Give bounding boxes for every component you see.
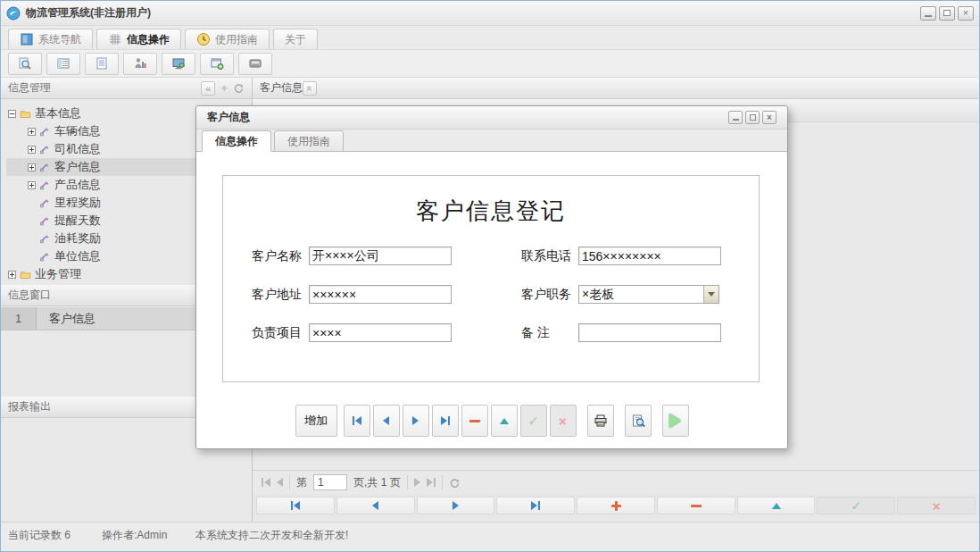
record-prev-button[interactable] bbox=[336, 497, 415, 514]
record-cancel-button[interactable]: × bbox=[897, 497, 976, 514]
dialog-maximize-button[interactable] bbox=[745, 111, 760, 124]
prev-record-icon bbox=[372, 501, 378, 510]
menu-tab-system-nav[interactable]: 系统导航 bbox=[8, 29, 93, 49]
form-row: 客户地址 客户职务 ×老板 bbox=[252, 285, 759, 304]
next-page-icon bbox=[414, 478, 420, 487]
run-button[interactable] bbox=[662, 405, 689, 437]
collapse-expander-icon[interactable] bbox=[8, 110, 16, 118]
minus-icon bbox=[691, 505, 702, 507]
window-add-tool-button[interactable] bbox=[200, 53, 234, 75]
expand-expander-icon[interactable] bbox=[28, 181, 36, 189]
tool-icon bbox=[39, 251, 51, 263]
tree-item-label: 提醒天数 bbox=[54, 213, 101, 229]
record-delete-button[interactable] bbox=[657, 497, 735, 514]
restore-button[interactable] bbox=[939, 6, 955, 21]
tool-icon bbox=[39, 162, 51, 173]
minimize-button[interactable] bbox=[920, 6, 936, 21]
menu-tab-label: 关于 bbox=[285, 32, 306, 47]
expand-expander-icon[interactable] bbox=[8, 271, 16, 279]
dialog-tabstrip: 信息操作 使用指南 bbox=[196, 130, 787, 152]
dialog-close-button[interactable]: × bbox=[762, 111, 777, 124]
collapse-panel-button[interactable]: « bbox=[201, 81, 215, 96]
document-icon bbox=[95, 56, 109, 71]
dialog-titlebar[interactable]: 客户信息 × bbox=[196, 106, 787, 130]
chevron-down-icon bbox=[708, 292, 715, 297]
table-icon bbox=[56, 56, 71, 71]
sidebar-header-title: 信息管理 bbox=[8, 80, 51, 96]
refresh-icon[interactable] bbox=[449, 477, 461, 489]
separator bbox=[289, 475, 290, 489]
project-input[interactable] bbox=[309, 323, 452, 342]
content-header-tools: « bbox=[303, 81, 317, 96]
expand-expander-icon[interactable] bbox=[28, 163, 36, 171]
record-next-button[interactable] bbox=[417, 497, 495, 514]
edit-up-icon bbox=[500, 418, 509, 424]
remark-label: 备 注 bbox=[521, 325, 578, 341]
printer-tool-button[interactable] bbox=[238, 53, 272, 75]
customer-name-input[interactable] bbox=[309, 247, 452, 265]
menu-tab-user-guide[interactable]: 使用指南 bbox=[185, 29, 270, 49]
status-message: 本系统支持二次开发和全新开发! bbox=[195, 528, 348, 543]
document-tool-button[interactable] bbox=[85, 53, 119, 75]
first-page-button[interactable] bbox=[262, 478, 270, 487]
report-output-header-title: 报表输出 bbox=[8, 399, 51, 414]
minus-icon bbox=[469, 420, 480, 422]
expand-expander-icon[interactable] bbox=[28, 146, 36, 154]
dropdown-button[interactable] bbox=[703, 286, 718, 303]
next-record-button[interactable] bbox=[403, 405, 429, 437]
last-page-icon bbox=[427, 478, 433, 487]
cancel-button[interactable]: × bbox=[550, 405, 577, 437]
tool-icon bbox=[39, 197, 51, 209]
page-number-input[interactable] bbox=[313, 474, 347, 490]
monitor-tool-button[interactable] bbox=[162, 53, 195, 75]
dialog-minimize-button[interactable] bbox=[728, 111, 743, 124]
print-button[interactable] bbox=[587, 405, 614, 437]
menu-tab-info-operation[interactable]: 信息操作 bbox=[96, 29, 181, 49]
record-confirm-button[interactable]: ✓ bbox=[817, 497, 895, 514]
customer-title-select[interactable]: ×老板 bbox=[578, 285, 719, 304]
table-tool-button[interactable] bbox=[46, 53, 80, 75]
remark-input[interactable] bbox=[578, 323, 721, 342]
titlebar: 物流管理系统(非注册用户) × bbox=[1, 1, 979, 26]
menu-tab-about[interactable]: 关于 bbox=[273, 29, 318, 49]
last-page-button[interactable] bbox=[427, 478, 436, 487]
phone-input[interactable] bbox=[578, 247, 721, 265]
record-last-button[interactable] bbox=[496, 497, 575, 514]
next-record-icon bbox=[453, 501, 459, 510]
next-page-button[interactable] bbox=[414, 478, 420, 487]
dialog-tab-info-operation[interactable]: 信息操作 bbox=[202, 130, 271, 152]
prev-record-button[interactable] bbox=[373, 405, 400, 437]
form-row: 客户名称 联系电话 bbox=[252, 247, 759, 265]
window-title: 物流管理系统(非注册用户) bbox=[26, 5, 151, 21]
project-label: 负责项目 bbox=[252, 325, 309, 341]
tool-icon bbox=[39, 215, 51, 227]
add-tab-button[interactable]: + bbox=[220, 81, 228, 95]
first-record-icon bbox=[355, 416, 361, 425]
record-first-button[interactable] bbox=[256, 497, 335, 514]
record-edit-button[interactable] bbox=[737, 497, 816, 514]
search-tool-button[interactable] bbox=[8, 53, 42, 75]
customer-address-input[interactable] bbox=[309, 285, 452, 304]
record-add-button[interactable] bbox=[577, 497, 655, 514]
separator bbox=[442, 475, 443, 489]
tree-item-label: 单位信息 bbox=[54, 248, 101, 264]
collapse-up-button[interactable]: « bbox=[303, 81, 317, 96]
first-record-button[interactable] bbox=[344, 405, 370, 437]
close-button[interactable]: × bbox=[958, 6, 974, 21]
grid-icon bbox=[108, 32, 122, 46]
print-preview-button[interactable] bbox=[625, 405, 652, 437]
expand-expander-icon[interactable] bbox=[28, 128, 36, 136]
confirm-button[interactable]: ✓ bbox=[520, 405, 547, 437]
last-record-button[interactable] bbox=[432, 405, 459, 437]
printer-icon bbox=[594, 414, 608, 428]
print-preview-icon bbox=[631, 414, 645, 428]
add-record-button[interactable]: 增加 bbox=[295, 405, 337, 437]
edit-record-button[interactable] bbox=[491, 405, 518, 437]
check-icon: ✓ bbox=[528, 414, 539, 427]
delete-record-button[interactable] bbox=[461, 405, 488, 437]
clock-icon bbox=[196, 32, 211, 46]
prev-page-button[interactable] bbox=[277, 478, 283, 487]
refresh-icon[interactable] bbox=[233, 82, 245, 94]
dialog-tab-user-guide[interactable]: 使用指南 bbox=[274, 130, 344, 152]
user-report-tool-button[interactable] bbox=[123, 53, 157, 75]
